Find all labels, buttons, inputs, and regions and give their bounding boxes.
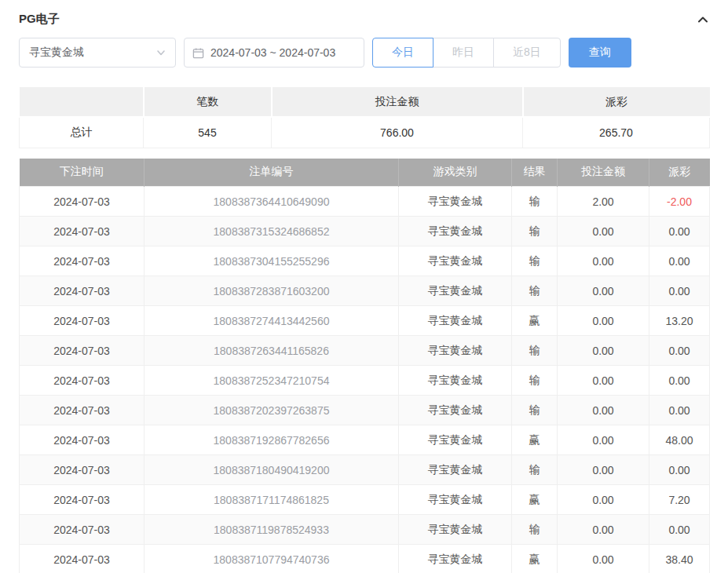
bet-amount: 2.00 — [558, 187, 649, 217]
bet-payout: 0.00 — [649, 396, 710, 425]
table-row: 2024-07-03 1808387252347210754 寻宝黄金城 输 0… — [20, 366, 710, 396]
game-type: 寻宝黄金城 — [399, 366, 512, 396]
summary-total-count: 545 — [144, 117, 272, 148]
summary-table: 笔数 投注金额 派彩 总计 545 766.00 265.70 — [19, 87, 710, 148]
bet-id: 1808387304155255296 — [145, 246, 399, 276]
chevron-up-icon — [697, 13, 709, 26]
bet-amount: 0.00 — [558, 246, 649, 276]
table-row: 2024-07-03 1808387171174861825 寻宝黄金城 赢 0… — [20, 485, 710, 515]
bet-id: 1808387202397263875 — [145, 396, 399, 425]
table-row: 2024-07-03 1808387315324686852 寻宝黄金城 输 0… — [20, 217, 710, 246]
bet-id: 1808387283871603200 — [145, 276, 399, 306]
table-row: 2024-07-03 1808387119878524933 寻宝黄金城 输 0… — [20, 515, 710, 545]
bet-id: 1808387252347210754 — [145, 366, 399, 396]
today-button[interactable]: 今日 — [372, 38, 434, 68]
bet-result: 输 — [512, 455, 558, 485]
summary-total-payout: 265.70 — [523, 117, 710, 148]
bet-id: 1808387171174861825 — [145, 485, 399, 515]
bets-table: 下注时间 注单编号 游戏类别 结果 投注金额 派彩 2024-07-03 180… — [19, 159, 710, 573]
bet-date: 2024-07-03 — [20, 425, 145, 455]
game-type: 寻宝黄金城 — [399, 217, 512, 246]
bet-amount: 0.00 — [558, 545, 649, 573]
bet-date: 2024-07-03 — [20, 455, 145, 485]
filter-bar: 寻宝黄金城 2024-07-03 ~ 2024-07-03 今日 昨日 近8日 … — [19, 38, 709, 68]
column-bet-id: 注单编号 — [145, 159, 399, 187]
quick-date-buttons: 今日 昨日 近8日 — [372, 38, 561, 68]
bet-date: 2024-07-03 — [20, 485, 145, 515]
summary-header-empty — [20, 87, 144, 117]
bet-date: 2024-07-03 — [20, 336, 145, 366]
bet-amount: 0.00 — [558, 217, 649, 246]
bet-result: 输 — [512, 217, 558, 246]
bet-date: 2024-07-03 — [20, 396, 145, 425]
bet-date: 2024-07-03 — [20, 515, 145, 545]
bet-id: 1808387263441165826 — [145, 336, 399, 366]
bet-amount: 0.00 — [558, 306, 649, 336]
bet-date: 2024-07-03 — [20, 366, 145, 396]
table-row: 2024-07-03 1808387304155255296 寻宝黄金城 输 0… — [20, 246, 710, 276]
bet-amount: 0.00 — [558, 515, 649, 545]
bet-date: 2024-07-03 — [20, 187, 145, 217]
game-select[interactable]: 寻宝黄金城 — [19, 38, 176, 68]
summary-header-bet-amount: 投注金额 — [272, 87, 523, 117]
bets-table-body: 2024-07-03 1808387364410649090 寻宝黄金城 输 2… — [20, 187, 710, 573]
table-row: 2024-07-03 1808387274413442560 寻宝黄金城 赢 0… — [20, 306, 710, 336]
bet-id: 1808387315324686852 — [145, 217, 399, 246]
table-row: 2024-07-03 1808387192867782656 寻宝黄金城 赢 0… — [20, 425, 710, 455]
summary-header-row: 笔数 投注金额 派彩 — [20, 87, 710, 117]
search-button[interactable]: 查询 — [569, 38, 631, 68]
summary-header-count: 笔数 — [144, 87, 272, 117]
column-result: 结果 — [512, 159, 558, 187]
table-row: 2024-07-03 1808387202397263875 寻宝黄金城 输 0… — [20, 396, 710, 425]
game-type: 寻宝黄金城 — [399, 336, 512, 366]
bet-result: 输 — [512, 515, 558, 545]
bet-amount: 0.00 — [558, 396, 649, 425]
bet-date: 2024-07-03 — [20, 246, 145, 276]
game-type: 寻宝黄金城 — [399, 515, 512, 545]
bet-payout: 7.20 — [649, 485, 710, 515]
game-type: 寻宝黄金城 — [399, 306, 512, 336]
bet-result: 输 — [512, 276, 558, 306]
bet-result: 赢 — [512, 306, 558, 336]
summary-header-payout: 派彩 — [523, 87, 710, 117]
bet-amount: 0.00 — [558, 366, 649, 396]
column-bet-time: 下注时间 — [20, 159, 145, 187]
bet-payout: 48.00 — [649, 425, 710, 455]
bet-id: 1808387180490419200 — [145, 455, 399, 485]
yesterday-button[interactable]: 昨日 — [433, 38, 494, 68]
game-type: 寻宝黄金城 — [399, 455, 512, 485]
collapse-button[interactable] — [697, 13, 709, 26]
summary-total-bet-amount: 766.00 — [272, 117, 523, 148]
table-row: 2024-07-03 1808387180490419200 寻宝黄金城 输 0… — [20, 455, 710, 485]
date-range-value: 2024-07-03 ~ 2024-07-03 — [210, 46, 335, 59]
bet-result: 赢 — [512, 545, 558, 573]
date-range-input[interactable]: 2024-07-03 ~ 2024-07-03 — [184, 38, 364, 68]
bet-id: 1808387107794740736 — [145, 545, 399, 573]
table-row: 2024-07-03 1808387364410649090 寻宝黄金城 输 2… — [20, 187, 710, 217]
bet-date: 2024-07-03 — [20, 545, 145, 573]
bet-result: 赢 — [512, 425, 558, 455]
bet-amount: 0.00 — [558, 485, 649, 515]
bet-payout: 13.20 — [649, 306, 710, 336]
bet-payout: 0.00 — [649, 336, 710, 366]
table-row: 2024-07-03 1808387283871603200 寻宝黄金城 输 0… — [20, 276, 710, 306]
bet-payout: 0.00 — [649, 366, 710, 396]
bet-id: 1808387274413442560 — [145, 306, 399, 336]
game-type: 寻宝黄金城 — [399, 545, 512, 573]
bet-amount: 0.00 — [558, 336, 649, 366]
bet-payout: 0.00 — [649, 455, 710, 485]
report-panel: PG电子 寻宝黄金城 2024-07-03 ~ 2024-07-03 今日 昨日… — [0, 0, 728, 573]
game-type: 寻宝黄金城 — [399, 276, 512, 306]
bet-amount: 0.00 — [558, 455, 649, 485]
last-8-days-button[interactable]: 近8日 — [493, 38, 561, 68]
bet-result: 输 — [512, 336, 558, 366]
bet-date: 2024-07-03 — [20, 276, 145, 306]
panel-header: PG电子 — [19, 0, 709, 38]
game-type: 寻宝黄金城 — [399, 246, 512, 276]
bet-result: 输 — [512, 396, 558, 425]
bet-payout: -2.00 — [649, 187, 710, 217]
table-row: 2024-07-03 1808387263441165826 寻宝黄金城 输 0… — [20, 336, 710, 366]
calendar-icon — [192, 47, 204, 59]
column-bet-amount: 投注金额 — [558, 159, 649, 187]
game-type: 寻宝黄金城 — [399, 396, 512, 425]
